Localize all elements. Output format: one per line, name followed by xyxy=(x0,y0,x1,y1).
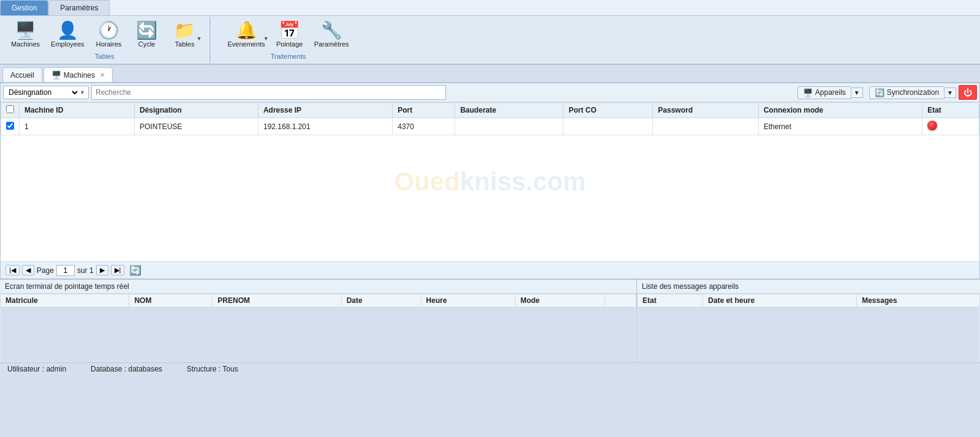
page-number-input[interactable] xyxy=(56,265,75,276)
col-header-machine-id: Machine ID xyxy=(20,103,135,118)
col-matricule: Matricule xyxy=(1,294,129,307)
toolbar-item-tables[interactable]: 📁 Tables ▼ xyxy=(167,20,203,50)
toolbar-item-pointage-label: Pointage xyxy=(276,40,303,48)
machines-icon: 🖥️ xyxy=(15,22,36,39)
search-input[interactable] xyxy=(91,85,446,100)
main-content: Désingnation ▼ 🖥️ Appareils ▼ 🔄 Synchron… xyxy=(0,83,980,362)
tab-bar: Accueil 🖥️ Machines ✕ xyxy=(0,65,980,83)
row-connexion-mode: Ethernet xyxy=(758,118,922,135)
panel-left-table: Matricule NOM PRENOM Date Heure Mode xyxy=(0,294,636,362)
table-area: Ouedkniss.com Machine ID Désignation Adr… xyxy=(1,102,979,261)
page-last-button[interactable]: ▶| xyxy=(111,265,125,275)
col-header-check xyxy=(1,103,20,118)
status-structure-label: Structure : xyxy=(187,365,221,373)
row-machine-id: 1 xyxy=(20,118,135,135)
refresh-button[interactable]: 🔄 xyxy=(129,264,141,276)
synchronization-label: Synchronization xyxy=(887,88,939,97)
page-label: Page xyxy=(37,266,54,275)
filter-select-wrapper[interactable]: Désingnation ▼ xyxy=(3,86,89,99)
panel-right-body xyxy=(638,307,980,362)
traitements-section-label: Traitements xyxy=(271,50,306,62)
row-etat xyxy=(922,118,979,135)
toolbar-traitements-items: 🔔 Evenements ▼ 📅 Pointage 🔧 Paramètres xyxy=(223,20,354,50)
toolbar-item-tables-label: Tables xyxy=(175,40,195,48)
panel-right: Liste des messages appareils Etat Date e… xyxy=(637,280,980,362)
tab-accueil-label: Accueil xyxy=(10,71,34,80)
watermark-com: .com xyxy=(526,167,586,196)
col-messages: Messages xyxy=(857,294,980,307)
employees-icon: 👤 xyxy=(57,22,78,39)
col-nom: NOM xyxy=(129,294,213,307)
tables-dropdown-arrow: ▼ xyxy=(197,35,202,42)
toolbar-item-evenements[interactable]: 🔔 Evenements ▼ xyxy=(223,20,270,50)
col-header-port: Port xyxy=(393,103,455,118)
watermark-oued: Oued xyxy=(394,167,460,196)
col-header-designation: Désignation xyxy=(134,103,258,118)
status-bar: Utilisateur : admin Database : databases… xyxy=(0,362,980,375)
synchronization-button[interactable]: 🔄 Synchronization xyxy=(869,86,944,99)
toolbar-tables-items: 🖥️ Machines 👤 Employees 🕐 Horaires 🔄 Cyc… xyxy=(6,20,203,50)
menu-tab-gestion[interactable]: Gestion xyxy=(0,0,48,15)
page-sur-label: sur 1 xyxy=(77,266,94,275)
watermark-kniss: kniss xyxy=(460,167,526,196)
col-etat: Etat xyxy=(638,294,703,307)
row-password xyxy=(653,118,758,135)
col-header-etat: Etat xyxy=(922,103,979,118)
panel-left-header-row: Matricule NOM PRENOM Date Heure Mode xyxy=(1,294,636,307)
pagination-bar: |◀ ◀ Page sur 1 ▶ ▶| 🔄 xyxy=(1,261,979,278)
row-port: 4370 xyxy=(393,118,455,135)
tab-machines[interactable]: 🖥️ Machines ✕ xyxy=(43,67,113,82)
status-utilisateur-label: Utilisateur : xyxy=(7,365,44,373)
page-first-button[interactable]: |◀ xyxy=(6,265,20,275)
status-structure: Structure : Tous xyxy=(187,365,238,373)
power-button[interactable]: ⏻ xyxy=(959,85,977,100)
watermark: Ouedkniss.com xyxy=(394,167,586,196)
table-header-row: Machine ID Désignation Adresse IP Port B… xyxy=(1,103,979,118)
appareils-icon: 🖥️ xyxy=(803,88,813,97)
col-prenom: PRENOM xyxy=(213,294,341,307)
status-dot-red xyxy=(927,121,937,130)
toolbar-tables-section: 🖥️ Machines 👤 Employees 🕐 Horaires 🔄 Cyc… xyxy=(0,16,210,64)
panel-left: Ecran terminal de pointage temps réel Ma… xyxy=(0,280,637,362)
toolbar-item-machines-label: Machines xyxy=(11,40,40,48)
col-date-heure: Date et heure xyxy=(703,294,857,307)
status-database-value: databases xyxy=(128,365,162,373)
toolbar-item-cycle-label: Cycle xyxy=(138,40,156,48)
filter-dropdown-arrow: ▼ xyxy=(80,89,85,95)
tab-machines-close[interactable]: ✕ xyxy=(100,72,105,78)
toolbar-item-horaires[interactable]: 🕐 Horaires xyxy=(91,20,127,50)
toolbar-item-evenements-label: Evenements xyxy=(228,40,265,48)
toolbar-item-parametres[interactable]: 🔧 Paramètres xyxy=(309,20,354,50)
menu-tab-parametres[interactable]: Paramètres xyxy=(48,0,110,15)
row-checkbox[interactable] xyxy=(6,122,14,130)
page-prev-button[interactable]: ◀ xyxy=(22,265,34,275)
appareils-button-group: 🖥️ Appareils ▼ xyxy=(797,86,863,99)
appareils-dropdown-button[interactable]: ▼ xyxy=(851,88,863,98)
status-database-label: Database : xyxy=(91,365,126,373)
toolbar-item-cycle[interactable]: 🔄 Cycle xyxy=(129,20,165,50)
appareils-button[interactable]: 🖥️ Appareils xyxy=(797,86,851,99)
horaires-icon: 🕐 xyxy=(98,22,119,39)
table-row[interactable]: 1 POINTEUSE 192.168.1.201 4370 Ethernet xyxy=(1,118,979,135)
toolbar: 🖥️ Machines 👤 Employees 🕐 Horaires 🔄 Cyc… xyxy=(0,16,980,65)
row-checkbox-cell[interactable] xyxy=(1,118,20,135)
synchronization-button-group: 🔄 Synchronization ▼ xyxy=(869,86,956,99)
toolbar-item-machines[interactable]: 🖥️ Machines xyxy=(6,20,45,50)
action-bar: Désingnation ▼ 🖥️ Appareils ▼ 🔄 Synchron… xyxy=(1,83,979,102)
tab-accueil[interactable]: Accueil xyxy=(2,67,42,82)
synchronization-dropdown-button[interactable]: ▼ xyxy=(944,88,956,98)
tab-machines-label: Machines xyxy=(64,71,95,80)
col-header-bauderate: Bauderate xyxy=(455,103,564,118)
toolbar-item-employees[interactable]: 👤 Employees xyxy=(46,20,89,50)
col-header-password: Password xyxy=(653,103,758,118)
toolbar-item-pointage[interactable]: 📅 Pointage xyxy=(271,20,308,50)
content-area: Désingnation ▼ 🖥️ Appareils ▼ 🔄 Synchron… xyxy=(0,83,980,279)
status-utilisateur: Utilisateur : admin xyxy=(7,365,66,373)
row-designation: POINTEUSE xyxy=(134,118,258,135)
row-bauderate xyxy=(455,118,564,135)
panel-left-title: Ecran terminal de pointage temps réel xyxy=(0,280,636,294)
select-all-checkbox[interactable] xyxy=(6,105,14,113)
filter-select[interactable]: Désingnation xyxy=(6,88,80,97)
page-next-button[interactable]: ▶ xyxy=(96,265,108,275)
panel-right-title: Liste des messages appareils xyxy=(637,280,980,294)
